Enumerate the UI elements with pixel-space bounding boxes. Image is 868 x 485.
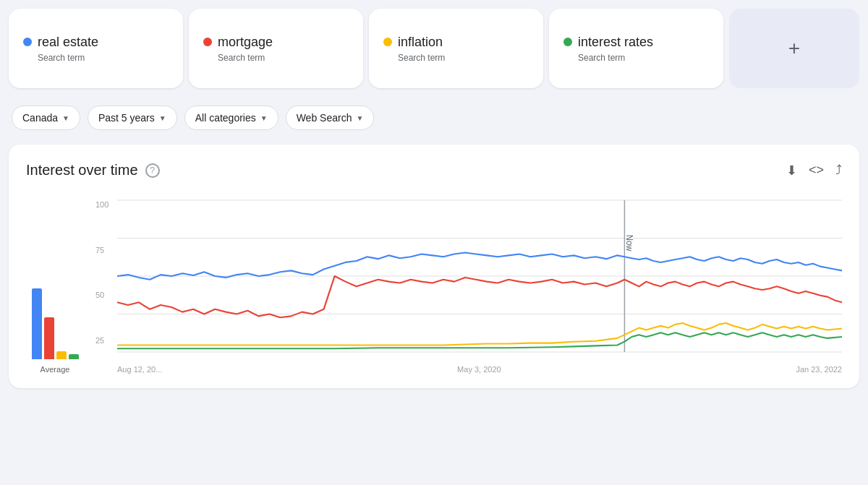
- categories-filter-chevron: ▼: [260, 114, 268, 122]
- avg-bar-mortgage: [44, 317, 54, 359]
- search-term-inflation[interactable]: inflation Search term: [369, 9, 543, 88]
- categories-filter-label: All categories: [195, 112, 256, 124]
- inflation-dot: [383, 38, 392, 46]
- interest-rates-line: [117, 332, 842, 348]
- real-estate-type: Search term: [38, 53, 169, 63]
- line-chart-area: 100 75 50 25 Now: [95, 200, 842, 374]
- embed-icon[interactable]: <>: [809, 163, 824, 178]
- searchtype-filter-button[interactable]: Web Search ▼: [286, 106, 375, 130]
- mortgage-type: Search term: [218, 53, 349, 63]
- inflation-line: [117, 323, 842, 345]
- chart-header: Interest over time ? ⬇ <> ⤴: [26, 162, 842, 179]
- avg-bar-real-estate: [32, 288, 42, 359]
- help-icon[interactable]: ?: [145, 163, 160, 178]
- average-label: Average: [41, 365, 70, 374]
- avg-bar-inflation: [56, 351, 67, 359]
- filter-row: Canada ▼ Past 5 years ▼ All categories ▼…: [0, 97, 868, 139]
- real-estate-label: real estate: [38, 35, 98, 50]
- download-icon[interactable]: ⬇: [786, 163, 797, 179]
- x-label-mid: May 3, 2020: [457, 365, 501, 374]
- chart-svg-container: 100 75 50 25 Now: [95, 200, 842, 374]
- country-filter-button[interactable]: Canada ▼: [12, 106, 80, 130]
- timerange-filter-button[interactable]: Past 5 years ▼: [88, 106, 177, 130]
- x-label-end: Jan 23, 2022: [796, 365, 842, 374]
- interest-rates-dot: [563, 38, 572, 46]
- search-terms-row: real estate Search term mortgage Search …: [0, 0, 868, 97]
- svg-text:Now: Now: [625, 235, 634, 252]
- mortgage-line: [117, 276, 842, 317]
- average-bars-section: Average: [26, 258, 84, 374]
- search-term-mortgage[interactable]: mortgage Search term: [189, 9, 363, 88]
- add-search-term-button[interactable]: +: [729, 9, 859, 88]
- mortgage-label: mortgage: [218, 35, 273, 50]
- country-filter-label: Canada: [22, 112, 58, 124]
- searchtype-filter-label: Web Search: [297, 112, 352, 124]
- y-label-50: 50: [95, 291, 109, 299]
- add-icon: +: [788, 37, 800, 60]
- chart-title-group: Interest over time ?: [26, 162, 160, 179]
- interest-over-time-section: Interest over time ? ⬇ <> ⤴ Average: [9, 145, 859, 388]
- avg-bar-interest-rates: [69, 354, 79, 359]
- categories-filter-button[interactable]: All categories ▼: [184, 106, 278, 130]
- search-term-real-estate[interactable]: real estate Search term: [9, 9, 183, 88]
- y-label-75: 75: [95, 246, 109, 254]
- y-label-100: 100: [95, 200, 109, 209]
- x-label-start: Aug 12, 20...: [117, 365, 162, 374]
- timerange-filter-chevron: ▼: [159, 114, 166, 122]
- chart-title: Interest over time: [26, 162, 138, 179]
- share-icon[interactable]: ⤴: [835, 163, 842, 178]
- searchtype-filter-chevron: ▼: [356, 114, 363, 122]
- real-estate-line: [117, 253, 842, 280]
- trend-lines-svg: Now: [117, 200, 842, 352]
- chart-actions: ⬇ <> ⤴: [786, 163, 842, 179]
- chart-container: Average 100 75 50 25: [26, 200, 842, 374]
- country-filter-chevron: ▼: [62, 114, 69, 122]
- timerange-filter-label: Past 5 years: [98, 112, 155, 124]
- x-axis-labels: Aug 12, 20... May 3, 2020 Jan 23, 2022: [117, 365, 842, 374]
- real-estate-dot: [23, 38, 32, 46]
- bars-group: [32, 258, 79, 359]
- interest-rates-label: interest rates: [578, 35, 653, 50]
- mortgage-dot: [203, 38, 212, 46]
- y-label-25: 25: [95, 336, 109, 345]
- search-term-interest-rates[interactable]: interest rates Search term: [549, 9, 723, 88]
- interest-rates-type: Search term: [578, 53, 709, 63]
- inflation-label: inflation: [398, 35, 443, 50]
- inflation-type: Search term: [398, 53, 529, 63]
